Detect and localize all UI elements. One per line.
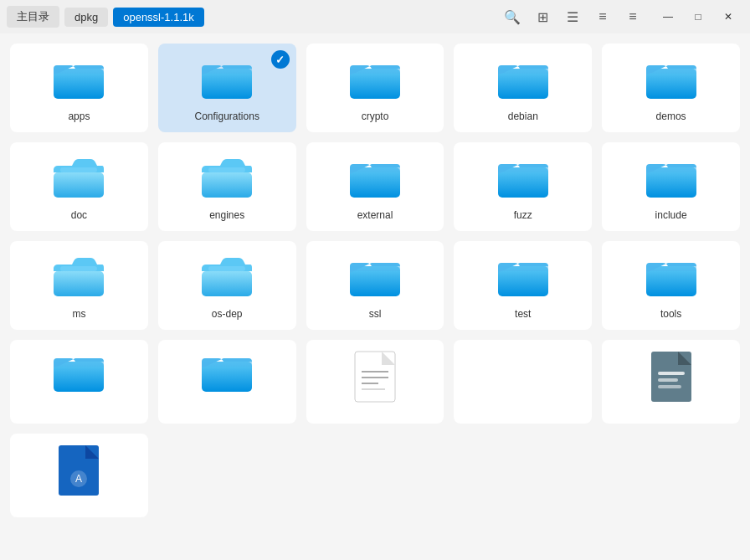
folder-label-ssl: ssl <box>369 308 382 320</box>
folder-icon-crypto <box>348 57 402 102</box>
svg-rect-12 <box>202 172 252 198</box>
folder-item-engines[interactable]: engines <box>158 142 296 231</box>
doc-file-icon <box>650 350 693 403</box>
svg-rect-9 <box>646 69 696 74</box>
folder-item-doc[interactable]: doc <box>10 142 148 231</box>
svg-rect-43 <box>658 378 678 382</box>
folder-item-test[interactable]: test <box>454 241 592 330</box>
svg-text:A: A <box>75 473 82 485</box>
grid-view-icon[interactable]: ⊞ <box>534 9 551 25</box>
svg-rect-5 <box>350 69 400 74</box>
folder-grid: apps✓ Configurations <box>7 40 743 333</box>
svg-rect-15 <box>350 167 400 172</box>
folder-label-test: test <box>515 308 531 320</box>
folder-icon-ssl <box>348 254 402 300</box>
folder-label-apps: apps <box>68 110 90 122</box>
svg-rect-21 <box>60 266 97 271</box>
svg-rect-29 <box>646 266 696 271</box>
window-controls: — □ ✕ <box>653 4 743 29</box>
folder-label-debian: debian <box>508 110 538 122</box>
svg-rect-19 <box>646 167 696 172</box>
bottom-item-3 <box>454 340 592 424</box>
folder-item-crypto[interactable]: crypto <box>306 44 444 132</box>
folder-label-os-dep: os-dep <box>212 308 243 320</box>
bottom-row: A <box>7 337 743 521</box>
svg-rect-1 <box>54 69 104 74</box>
folder-item-include[interactable]: include <box>602 142 740 231</box>
bottom-item-2[interactable] <box>306 340 444 424</box>
svg-rect-7 <box>498 69 548 74</box>
folder-icon-doc <box>52 156 105 201</box>
restore-button[interactable]: □ <box>683 4 713 29</box>
folder-item-ssl[interactable]: ssl <box>306 241 444 330</box>
folder-item-tools[interactable]: tools <box>602 241 740 330</box>
folder-icon-os-dep <box>200 254 254 300</box>
menu-icon[interactable]: ≡ <box>624 9 641 24</box>
svg-rect-27 <box>498 266 548 271</box>
folder-label-demos: demos <box>656 110 686 122</box>
home-button[interactable]: 主目录 <box>7 6 59 28</box>
svg-rect-44 <box>658 385 681 388</box>
folder-item-os-dep[interactable]: os-dep <box>158 241 296 330</box>
openssl-button[interactable]: openssl-1.1.1k <box>113 8 204 27</box>
dpkg-button[interactable]: dpkg <box>64 8 108 27</box>
svg-rect-33 <box>202 362 252 367</box>
toolbar-icons: 🔍 ⊞ ☰ ≡ ≡ <box>504 9 641 25</box>
folder-icon-configurations <box>200 57 254 102</box>
folder-item-apps[interactable]: apps <box>10 44 148 132</box>
folder-item-external[interactable]: external <box>306 142 444 231</box>
folder-icon-debian <box>496 57 550 102</box>
svg-rect-11 <box>60 167 97 172</box>
folder-icon-test <box>496 254 550 300</box>
text-file-icon <box>353 350 397 403</box>
folder-label-engines: engines <box>209 209 244 221</box>
svg-rect-13 <box>208 167 245 172</box>
folder-icon-bottom-0 <box>52 350 105 395</box>
folder-label-configurations: Configurations <box>195 110 259 122</box>
folder-icon-fuzz <box>496 156 550 201</box>
svg-rect-42 <box>658 372 685 375</box>
svg-rect-31 <box>54 362 104 367</box>
svg-rect-10 <box>54 172 104 198</box>
folder-item-demos[interactable]: demos <box>602 44 740 132</box>
svg-rect-3 <box>202 69 252 74</box>
svg-rect-20 <box>54 271 104 296</box>
folder-label-crypto: crypto <box>362 110 389 122</box>
folder-label-include: include <box>655 209 687 221</box>
bottom-item-4[interactable] <box>602 340 740 424</box>
svg-rect-23 <box>208 266 245 271</box>
folder-label-external: external <box>357 209 393 221</box>
folder-label-tools: tools <box>660 308 681 320</box>
titlebar: 主目录 dpkg openssl-1.1.1k 🔍 ⊞ ☰ ≡ ≡ — □ ✕ <box>0 0 750 33</box>
close-button[interactable]: ✕ <box>713 4 743 29</box>
bottom-item-1[interactable] <box>158 340 296 424</box>
folder-icon-ms <box>52 254 105 300</box>
folder-item-configurations[interactable]: ✓ Configurations <box>158 44 296 132</box>
folder-item-debian[interactable]: debian <box>454 44 592 132</box>
selected-badge: ✓ <box>271 50 290 69</box>
folder-item-ms[interactable]: ms <box>10 241 148 330</box>
bottom-item-5[interactable]: A <box>10 434 148 517</box>
bottom-item-0[interactable] <box>10 340 148 424</box>
details-view-icon[interactable]: ≡ <box>594 9 611 24</box>
svg-rect-22 <box>202 271 252 296</box>
folder-icon-bottom-1 <box>200 350 254 395</box>
folder-item-fuzz[interactable]: fuzz <box>454 142 592 231</box>
svg-rect-25 <box>350 266 400 271</box>
folder-icon-tools <box>645 254 698 300</box>
minimize-button[interactable]: — <box>653 4 683 29</box>
folder-icon-external <box>348 156 402 201</box>
search-icon[interactable]: 🔍 <box>504 9 521 25</box>
folder-label-fuzz: fuzz <box>514 209 532 221</box>
folder-label-ms: ms <box>72 308 85 320</box>
folder-icon-apps <box>52 57 105 102</box>
svg-rect-17 <box>498 167 548 172</box>
list-view-icon[interactable]: ☰ <box>564 9 581 25</box>
folder-icon-engines <box>200 156 254 201</box>
folder-label-doc: doc <box>71 209 87 221</box>
folder-icon-demos <box>645 57 698 102</box>
blue-file-icon: A <box>57 444 100 497</box>
main-content: apps✓ Configurations <box>0 33 750 560</box>
folder-icon-include <box>645 156 698 201</box>
